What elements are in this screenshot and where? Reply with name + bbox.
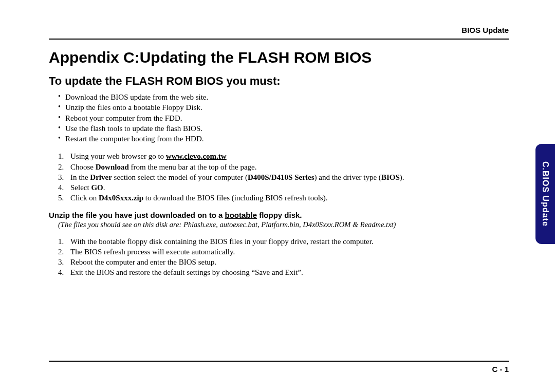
list-item: 3.In the Driver section select the model…	[58, 172, 509, 182]
list-item: 5.Click on D4x0Sxxx.zip to download the …	[58, 193, 509, 203]
step-number: 5.	[58, 193, 64, 203]
step-text: With the bootable floppy disk containing…	[70, 237, 374, 246]
step-text: Reboot the computer and enter the BIOS s…	[70, 258, 216, 266]
step-text: Exit the BIOS and restore the default se…	[70, 268, 303, 276]
list-item: 4.Select GO.	[58, 182, 509, 193]
list-item: Download the BIOS update from the web si…	[58, 92, 509, 102]
step-number: 3.	[58, 257, 64, 267]
list-item: 2.Choose Download from the menu bar at t…	[58, 162, 509, 172]
bold-term: D4x0Sxxx.zip	[99, 194, 143, 202]
step-text: ) and the driver type (	[314, 173, 381, 181]
step-text: to download the BIOS files (including BI…	[143, 194, 327, 202]
step-number: 2.	[58, 162, 64, 172]
page-container: BIOS Update Appendix C:Updating the FLAS…	[0, 0, 555, 392]
step-text: Click on	[70, 194, 99, 202]
unzip-instruction: Unzip the file you have just downloaded …	[49, 211, 509, 219]
list-item: 4.Exit the BIOS and restore the default …	[58, 267, 509, 277]
list-item: Use the flash tools to update the flash …	[58, 123, 509, 134]
flash-steps: 1.With the bootable floppy disk containi…	[58, 236, 509, 278]
rule-bottom	[49, 361, 509, 362]
step-number: 4.	[58, 267, 64, 277]
step-text: Using your web browser go to	[70, 152, 166, 160]
instruction-underline: bootable	[225, 211, 257, 219]
section-subtitle: To update the FLASH ROM BIOS you must:	[49, 74, 509, 88]
step-text: Select	[70, 183, 91, 192]
page-number: C - 1	[49, 365, 509, 374]
list-item: 3.Reboot the computer and enter the BIOS…	[58, 257, 509, 267]
list-item: Reboot your computer from the FDD.	[58, 113, 509, 123]
rule-top	[49, 39, 509, 40]
step-text: The BIOS refresh process will execute au…	[70, 248, 235, 256]
bold-term: BIOS	[381, 173, 400, 181]
bold-term: Driver	[90, 173, 112, 181]
website-link[interactable]: www.clevo.com.tw	[166, 152, 227, 160]
step-text: In the	[70, 173, 90, 181]
list-item: 1.Using your web browser go to www.clevo…	[58, 151, 509, 161]
instruction-text: floppy disk.	[257, 211, 302, 219]
side-tab: C.BIOS Update	[535, 144, 555, 244]
list-item: 2.The BIOS refresh process will execute …	[58, 247, 509, 257]
bold-term: D400S/D410S Series	[248, 173, 314, 181]
page-footer: C - 1	[49, 361, 509, 374]
download-steps: 1.Using your web browser go to www.clevo…	[58, 151, 509, 203]
step-number: 2.	[58, 247, 64, 257]
step-number: 1.	[58, 151, 64, 161]
step-text: section select the model of your compute…	[112, 173, 248, 181]
step-text: from the menu bar at the top of the page…	[129, 163, 257, 171]
step-number: 4.	[58, 182, 64, 193]
list-item: 1.With the bootable floppy disk containi…	[58, 236, 509, 247]
list-item: Unzip the files onto a bootable Floppy D…	[58, 102, 509, 113]
appendix-title: Appendix C:Updating the FLASH ROM BIOS	[49, 49, 509, 66]
step-number: 1.	[58, 236, 64, 247]
side-tab-label: C.BIOS Update	[541, 161, 550, 227]
summary-bullets: Download the BIOS update from the web si…	[58, 92, 509, 144]
files-note: (The files you should see on this disk a…	[58, 220, 509, 229]
bold-term: Download	[96, 163, 129, 171]
step-text: Choose	[70, 163, 96, 171]
step-number: 3.	[58, 172, 64, 182]
list-item: Restart the computer booting from the HD…	[58, 134, 509, 144]
step-text: .	[103, 183, 105, 192]
step-text: ).	[400, 173, 404, 181]
instruction-text: Unzip the file you have just downloaded …	[49, 211, 225, 219]
bold-term: GO	[91, 183, 103, 192]
header-section-label: BIOS Update	[49, 26, 509, 34]
